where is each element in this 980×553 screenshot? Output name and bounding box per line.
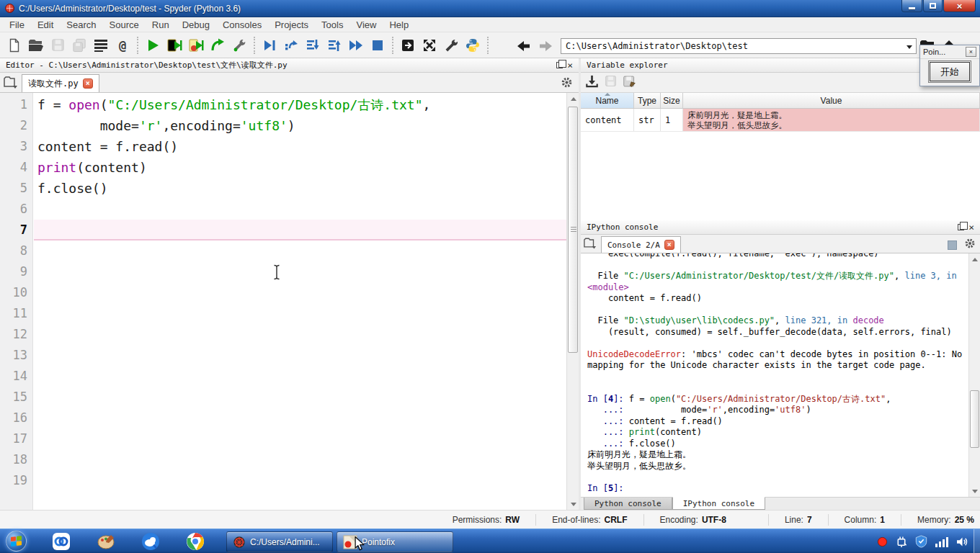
menu-search[interactable]: Search bbox=[60, 19, 102, 30]
tab-ipython-console[interactable]: IPython console bbox=[672, 497, 765, 510]
step-out-button[interactable] bbox=[324, 35, 345, 56]
run-config-button[interactable] bbox=[228, 35, 250, 56]
menu-tools[interactable]: Tools bbox=[315, 19, 349, 30]
maximize-pane-button[interactable] bbox=[397, 35, 419, 56]
network-signal-icon[interactable] bbox=[935, 536, 948, 547]
outline-button[interactable] bbox=[90, 35, 112, 56]
browse-tabs-button[interactable] bbox=[4, 76, 18, 91]
fullscreen-button[interactable] bbox=[419, 35, 440, 56]
status-column: Column:1 bbox=[828, 514, 885, 526]
editor-scrollbar[interactable] bbox=[566, 93, 579, 510]
tools-button[interactable] bbox=[440, 35, 462, 56]
menu-file[interactable]: File bbox=[3, 19, 31, 30]
working-directory-combo[interactable]: C:\Users\Administrator\Desktop\test bbox=[561, 38, 917, 54]
console-scrollbar[interactable] bbox=[968, 253, 980, 497]
rerun-cell-button[interactable] bbox=[185, 35, 207, 56]
plug-tray-icon[interactable] bbox=[896, 536, 907, 548]
forward-button[interactable] bbox=[535, 35, 556, 57]
windows-logo-icon bbox=[11, 536, 22, 547]
step-into-button[interactable] bbox=[302, 35, 324, 56]
browser-app-launcher[interactable] bbox=[140, 531, 161, 552]
browse-tabs-button[interactable] bbox=[584, 237, 597, 252]
column-header-name[interactable]: Name bbox=[581, 93, 634, 108]
start-button[interactable] bbox=[6, 531, 27, 552]
scroll-down-icon[interactable] bbox=[567, 498, 579, 510]
run-button[interactable] bbox=[142, 35, 164, 56]
pointofix-close-icon[interactable]: × bbox=[966, 47, 976, 57]
console-tab-close-icon[interactable]: × bbox=[664, 240, 674, 250]
console-output[interactable]: exec(compile(f.read(), filename, 'exec')… bbox=[581, 253, 968, 497]
close-pane-icon[interactable]: × bbox=[968, 224, 974, 231]
symbol-finder-button[interactable]: @ bbox=[112, 35, 133, 56]
variable-value[interactable]: 床前明月光，疑是地上霜。 举头望明月，低头思故乡。 bbox=[683, 109, 980, 131]
run-selection-button[interactable] bbox=[207, 35, 228, 56]
undock-pane-icon[interactable] bbox=[958, 224, 964, 230]
menu-consoles[interactable]: Consoles bbox=[216, 19, 268, 30]
save-data-button[interactable] bbox=[605, 75, 617, 90]
speaker-volume-icon[interactable] bbox=[956, 536, 968, 547]
menu-help[interactable]: Help bbox=[383, 19, 415, 30]
record-tray-icon[interactable] bbox=[877, 536, 888, 547]
interrupt-kernel-icon[interactable] bbox=[948, 240, 957, 250]
chrome-launcher[interactable] bbox=[184, 531, 206, 552]
variable-size[interactable]: 1 bbox=[661, 109, 683, 131]
minimize-button[interactable] bbox=[901, 0, 922, 12]
console-line: mapping for the Unicode character exists… bbox=[587, 360, 968, 372]
console-line: In [4]: f = open("C:/Users/Administrator… bbox=[587, 394, 968, 405]
editor-code-area[interactable]: 12345678910111213141516171819 f = open("… bbox=[0, 93, 579, 510]
combo-dropdown-icon[interactable] bbox=[906, 45, 912, 49]
step-over-button[interactable] bbox=[280, 35, 302, 56]
menu-source[interactable]: Source bbox=[103, 19, 146, 30]
paint-app-launcher[interactable] bbox=[95, 531, 117, 552]
python-logo-icon bbox=[466, 38, 480, 53]
editor-tab[interactable]: 读取文件.py × bbox=[22, 74, 99, 92]
editor-scrollbar-thumb[interactable] bbox=[568, 107, 578, 353]
variable-type[interactable]: str bbox=[634, 109, 661, 131]
line-number: 6 bbox=[0, 199, 32, 220]
save-all-button[interactable] bbox=[68, 35, 90, 56]
column-header-size[interactable]: Size bbox=[661, 93, 683, 108]
maximize-button[interactable] bbox=[923, 0, 943, 12]
debug-stop-button[interactable] bbox=[367, 35, 388, 56]
menu-view[interactable]: View bbox=[349, 19, 383, 30]
column-header-value[interactable]: Value bbox=[683, 93, 980, 108]
taskbar-button-spyder[interactable]: C:/Users/Admini... bbox=[226, 531, 333, 552]
editor-options-button[interactable] bbox=[561, 76, 573, 91]
import-data-button[interactable] bbox=[585, 75, 599, 91]
save-button[interactable] bbox=[47, 35, 68, 56]
pointofix-titlebar[interactable]: Poin... × bbox=[920, 45, 979, 59]
scroll-down-icon[interactable] bbox=[969, 485, 980, 497]
back-button[interactable] bbox=[513, 35, 535, 57]
column-header-type[interactable]: Type bbox=[634, 93, 661, 108]
tab-python-console[interactable]: Python console bbox=[584, 498, 672, 510]
scroll-up-icon[interactable] bbox=[567, 93, 579, 104]
open-file-button[interactable] bbox=[25, 35, 47, 56]
outline-icon bbox=[94, 39, 108, 52]
debug-button[interactable] bbox=[259, 35, 280, 56]
new-file-button[interactable] bbox=[4, 35, 25, 56]
console-tab[interactable]: Console 2/A × bbox=[601, 236, 681, 253]
save-data-as-button[interactable] bbox=[623, 75, 636, 91]
close-button[interactable]: × bbox=[943, 0, 976, 12]
menu-edit[interactable]: Edit bbox=[31, 19, 60, 30]
run-cell-button[interactable] bbox=[164, 35, 185, 56]
scroll-up-icon[interactable] bbox=[969, 253, 980, 265]
console-options-button[interactable] bbox=[964, 238, 976, 252]
console-scrollbar-thumb[interactable] bbox=[970, 390, 979, 448]
variable-name[interactable]: content bbox=[581, 109, 634, 131]
close-pane-icon[interactable]: × bbox=[567, 62, 573, 69]
console-tab-label: Console 2/A bbox=[607, 240, 660, 250]
editor-tab-close-icon[interactable]: × bbox=[83, 78, 93, 89]
window-titlebar[interactable]: C:/Users/Administrator/Desktop/test - Sp… bbox=[0, 0, 980, 17]
menu-projects[interactable]: Projects bbox=[268, 19, 315, 30]
undock-pane-icon[interactable] bbox=[556, 62, 563, 68]
debug-continue-button[interactable] bbox=[345, 35, 367, 56]
variable-row[interactable]: contentstr1床前明月光，疑是地上霜。 举头望明月，低头思故乡。 bbox=[581, 109, 980, 132]
menu-debug[interactable]: Debug bbox=[176, 19, 216, 30]
pointofix-start-button[interactable]: 开始 bbox=[930, 62, 970, 81]
python-env-button[interactable] bbox=[462, 35, 484, 56]
remote-app-launcher[interactable] bbox=[50, 531, 72, 552]
menu-run[interactable]: Run bbox=[146, 19, 176, 30]
shield-tray-icon[interactable] bbox=[915, 535, 927, 548]
show-desktop-button[interactable] bbox=[974, 529, 980, 553]
